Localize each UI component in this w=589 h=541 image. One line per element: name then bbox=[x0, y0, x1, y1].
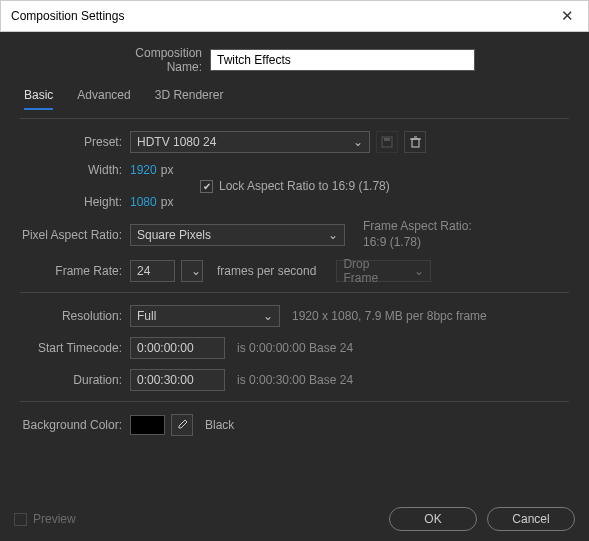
divider bbox=[20, 118, 569, 119]
resolution-note: 1920 x 1080, 7.9 MB per 8bpc frame bbox=[292, 309, 487, 323]
frame-aspect-value: 16:9 (1.78) bbox=[363, 235, 472, 251]
height-input[interactable]: 1080 bbox=[130, 195, 157, 209]
width-unit: px bbox=[161, 163, 174, 177]
chevron-down-icon bbox=[414, 264, 424, 278]
frame-rate-input[interactable] bbox=[130, 260, 175, 282]
preset-save-button bbox=[376, 131, 398, 153]
drop-frame-select: Drop Frame bbox=[336, 260, 431, 282]
frame-aspect-title: Frame Aspect Ratio: bbox=[363, 219, 472, 235]
frame-aspect-info: Frame Aspect Ratio: 16:9 (1.78) bbox=[363, 219, 472, 250]
start-tc-label: Start Timecode: bbox=[20, 341, 130, 355]
width-label: Width: bbox=[20, 163, 130, 177]
width-input[interactable]: 1920 bbox=[130, 163, 157, 177]
comp-name-input[interactable] bbox=[210, 49, 475, 71]
preview-checkbox: Preview bbox=[14, 512, 76, 526]
bg-color-name: Black bbox=[205, 418, 234, 432]
ok-button[interactable]: OK bbox=[389, 507, 477, 531]
frame-rate-dropdown[interactable] bbox=[181, 260, 203, 282]
pixel-aspect-value: Square Pixels bbox=[137, 228, 211, 242]
duration-input[interactable] bbox=[130, 369, 225, 391]
bg-color-swatch[interactable] bbox=[130, 415, 165, 435]
height-unit: px bbox=[161, 195, 174, 209]
chevron-down-icon bbox=[353, 135, 363, 149]
pixel-aspect-label: Pixel Aspect Ratio: bbox=[20, 228, 130, 242]
preset-select[interactable]: HDTV 1080 24 bbox=[130, 131, 370, 153]
resolution-label: Resolution: bbox=[20, 309, 130, 323]
chevron-down-icon bbox=[328, 228, 338, 242]
resolution-select[interactable]: Full bbox=[130, 305, 280, 327]
tabs: Basic Advanced 3D Renderer bbox=[24, 88, 569, 110]
lock-aspect-label: Lock Aspect Ratio to 16:9 (1.78) bbox=[219, 179, 390, 193]
close-icon[interactable]: ✕ bbox=[557, 7, 578, 25]
pixel-aspect-select[interactable]: Square Pixels bbox=[130, 224, 345, 246]
tab-3d-renderer[interactable]: 3D Renderer bbox=[155, 88, 224, 110]
frame-rate-unit: frames per second bbox=[217, 264, 316, 278]
frame-rate-label: Frame Rate: bbox=[20, 264, 130, 278]
lock-aspect-checkbox[interactable]: ✔ Lock Aspect Ratio to 16:9 (1.78) bbox=[200, 179, 390, 193]
chevron-down-icon bbox=[191, 264, 201, 278]
comp-name-label: Composition Name: bbox=[100, 46, 210, 74]
duration-note: is 0:00:30:00 Base 24 bbox=[237, 373, 353, 387]
tab-basic[interactable]: Basic bbox=[24, 88, 53, 110]
window-title: Composition Settings bbox=[11, 9, 557, 23]
svg-rect-2 bbox=[412, 139, 419, 147]
chevron-down-icon bbox=[263, 309, 273, 323]
svg-rect-1 bbox=[384, 138, 390, 141]
title-bar: Composition Settings ✕ bbox=[0, 0, 589, 32]
eyedropper-icon[interactable] bbox=[171, 414, 193, 436]
cancel-button[interactable]: Cancel bbox=[487, 507, 575, 531]
preview-label: Preview bbox=[33, 512, 76, 526]
trash-icon[interactable] bbox=[404, 131, 426, 153]
preset-value: HDTV 1080 24 bbox=[137, 135, 216, 149]
start-timecode-input[interactable] bbox=[130, 337, 225, 359]
checkbox-checked-icon: ✔ bbox=[200, 180, 213, 193]
duration-label: Duration: bbox=[20, 373, 130, 387]
start-tc-note: is 0:00:00:00 Base 24 bbox=[237, 341, 353, 355]
height-label: Height: bbox=[20, 195, 130, 209]
bg-color-label: Background Color: bbox=[20, 418, 130, 432]
resolution-value: Full bbox=[137, 309, 156, 323]
drop-frame-value: Drop Frame bbox=[343, 257, 406, 285]
divider bbox=[20, 292, 569, 293]
divider bbox=[20, 401, 569, 402]
tab-advanced[interactable]: Advanced bbox=[77, 88, 130, 110]
checkbox-icon bbox=[14, 513, 27, 526]
preset-label: Preset: bbox=[20, 135, 130, 149]
